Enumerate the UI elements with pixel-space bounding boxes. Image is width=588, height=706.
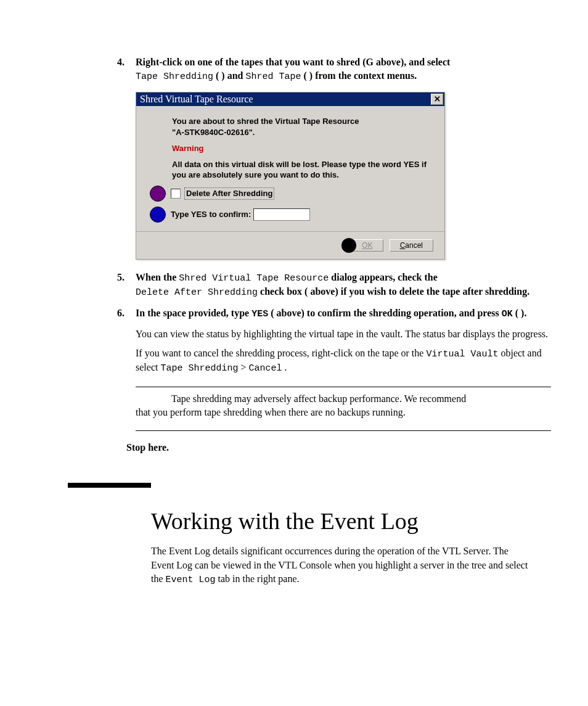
step-6-number: 6. bbox=[117, 306, 125, 320]
step-4-trail: ( ) from the context menus. bbox=[304, 70, 417, 81]
step-6-p2a: If you want to cancel the shredding proc… bbox=[136, 348, 426, 358]
section-heading: Working with the Event Log bbox=[151, 507, 551, 535]
dialog-msg-1b: "A-STK9840C-02616". bbox=[172, 128, 255, 137]
dialog-footer: OK Cancel bbox=[136, 231, 444, 259]
cancel-rest: ancel bbox=[405, 241, 423, 250]
confirm-input[interactable] bbox=[253, 208, 310, 221]
note-rule-top bbox=[136, 387, 551, 387]
step-6-p2d: . bbox=[285, 362, 287, 372]
step-5-mono-1: Shred Virtual Tape Resource bbox=[179, 273, 329, 284]
step-6-trail: ( ). bbox=[515, 308, 527, 318]
step-5-mono-2: Delete After Shredding bbox=[136, 287, 258, 298]
note-block: Tape shredding may adversely affect back… bbox=[136, 392, 551, 420]
section-bar bbox=[68, 483, 151, 488]
step-5-trail: check box ( above) if you wish to delete… bbox=[260, 286, 529, 297]
dialog-message-1: You are about to shred the Virtual Tape … bbox=[172, 116, 431, 138]
step-5: 5. When the Shred Virtual Tape Resource … bbox=[117, 271, 551, 300]
dialog-title: Shred Virtual Tape Resource bbox=[140, 92, 253, 106]
step-4-number: 4. bbox=[117, 55, 125, 69]
step-6-p2c: > bbox=[240, 362, 248, 372]
step-5-mid: dialog appears, check the bbox=[331, 272, 437, 282]
note-line-1: Tape shredding may adversely affect back… bbox=[136, 392, 551, 406]
step-6-mid: ( above) to confirm the shredding operat… bbox=[271, 308, 502, 318]
section-intro: The Event Log details significant occurr… bbox=[151, 544, 533, 586]
note-rule-bottom bbox=[136, 430, 551, 431]
confirm-label: Type YES to confirm: bbox=[171, 209, 251, 220]
step-6-para-1: You can view the status by highlighting … bbox=[136, 327, 551, 341]
step-5-lead: When the bbox=[136, 272, 179, 282]
step-6-para-2: If you want to cancel the shredding proc… bbox=[136, 347, 551, 376]
close-icon[interactable]: ✕ bbox=[431, 94, 443, 105]
marker-circle-purple bbox=[150, 186, 166, 202]
dialog-screenshot: Shred Virtual Tape Resource ✕ You are ab… bbox=[136, 92, 551, 260]
step-4-mono-1: Tape Shredding bbox=[136, 72, 213, 82]
delete-after-shred-label: Delete After Shredding bbox=[184, 187, 274, 200]
delete-after-shred-checkbox[interactable] bbox=[171, 189, 181, 199]
step-6: 6. In the space provided, type YES ( abo… bbox=[117, 306, 551, 431]
dialog-title-bar: Shred Virtual Tape Resource ✕ bbox=[136, 92, 444, 106]
stop-here: Stop here. bbox=[126, 442, 551, 453]
step-4-lead: Right-click on one of the tapes that you… bbox=[136, 57, 450, 67]
cancel-button[interactable]: Cancel bbox=[390, 239, 433, 252]
step-4-mono-2: Shred Tape bbox=[245, 72, 301, 82]
step-6-lead: In the space provided, type bbox=[136, 308, 251, 318]
step-6-mono-2: OK bbox=[502, 309, 513, 319]
intro-mono: Event Log bbox=[166, 575, 216, 585]
step-4-mid: ( ) and bbox=[216, 70, 245, 81]
cancel-underline: C bbox=[400, 241, 406, 250]
marker-circle-blue bbox=[150, 207, 166, 223]
dialog-message-2: All data on this virtual disk will be lo… bbox=[172, 159, 431, 181]
step-6-mono-1: YES bbox=[251, 309, 268, 319]
step-6-mono-4: Tape Shredding bbox=[160, 363, 238, 374]
intro-text-2: tab in the right pane. bbox=[218, 573, 300, 584]
step-4: 4. Right-click on one of the tapes that … bbox=[117, 55, 551, 260]
note-line-2: that you perform tape shredding when the… bbox=[136, 406, 551, 419]
step-6-mono-3: Virtual Vault bbox=[426, 349, 498, 359]
dialog-msg-1a: You are about to shred the Virtual Tape … bbox=[172, 117, 359, 126]
marker-circle-black bbox=[341, 238, 356, 253]
confirm-row: Type YES to confirm: bbox=[150, 207, 431, 223]
dialog-warning-label: Warning bbox=[172, 143, 431, 154]
ok-button-label: OK bbox=[362, 241, 372, 250]
step-5-number: 5. bbox=[117, 271, 125, 284]
step-6-mono-5: Cancel bbox=[248, 363, 282, 374]
delete-after-shred-row: Delete After Shredding bbox=[150, 186, 431, 202]
